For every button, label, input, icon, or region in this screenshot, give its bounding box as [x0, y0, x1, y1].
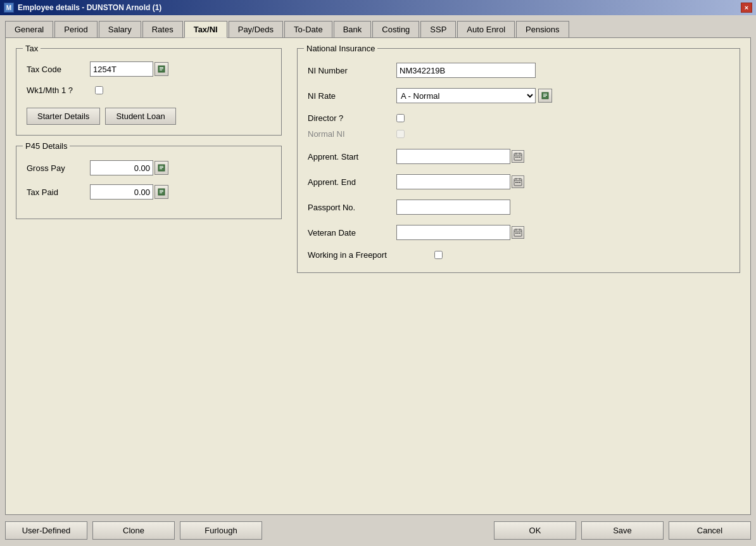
tab-pensions[interactable]: Pensions [516, 21, 569, 38]
normal-ni-checkbox[interactable] [396, 130, 405, 138]
svg-rect-5 [160, 166, 163, 167]
ni-group-title: National Insurance [304, 44, 377, 53]
tax-paid-input[interactable] [90, 184, 153, 200]
freeport-label: Working in a Freeport [308, 250, 434, 260]
svg-rect-29 [519, 182, 520, 183]
wk1-label: Wk1/Mth 1 ? [27, 86, 90, 95]
svg-rect-21 [517, 156, 519, 158]
svg-rect-27 [515, 182, 517, 183]
close-button[interactable]: × [741, 3, 752, 13]
svg-rect-11 [160, 193, 162, 193]
veteran-date-input[interactable] [396, 225, 510, 240]
svg-rect-9 [160, 190, 163, 191]
tax-code-field-container [90, 61, 168, 77]
content-area: Tax Tax Code Wk1/Mth 1 ? [5, 37, 751, 515]
svg-rect-14 [543, 95, 547, 96]
ni-rate-select[interactable]: A - Normal B - Married Women C - Employe… [396, 88, 536, 103]
tax-button-row: Starter Details Student Loan [27, 108, 271, 125]
tax-group: Tax Tax Code Wk1/Mth 1 ? [16, 48, 282, 136]
svg-rect-34 [515, 232, 517, 234]
veteran-label: Veteran Date [308, 228, 396, 238]
tab-autoenrol[interactable]: Auto Enrol [457, 21, 515, 38]
tax-paid-btn[interactable] [154, 185, 168, 199]
passport-input[interactable] [396, 200, 510, 215]
tab-bar: General Period Salary Rates Tax/NI Pay/D… [0, 15, 756, 37]
tab-rates[interactable]: Rates [142, 21, 183, 38]
furlough-button[interactable]: Furlough [180, 521, 262, 540]
window-title: Employee details - DUNSTON Arnold (1) [18, 3, 161, 12]
director-label: Director ? [308, 113, 396, 123]
tab-paydeds[interactable]: Pay/Deds [229, 21, 283, 38]
apprent-start-label: Apprent. Start [308, 152, 396, 162]
director-checkbox[interactable] [396, 114, 405, 122]
tax-group-title: Tax [23, 44, 41, 53]
svg-rect-3 [160, 70, 162, 70]
cancel-button[interactable]: Cancel [669, 521, 751, 540]
main-window: General Period Salary Rates Tax/NI Pay/D… [0, 15, 756, 546]
apprent-start-input[interactable] [396, 149, 510, 164]
tab-costing[interactable]: Costing [372, 21, 419, 38]
svg-rect-7 [160, 168, 162, 169]
p45-group: P45 Details Gross Pay Tax Paid [16, 146, 282, 219]
ok-button[interactable]: OK [494, 521, 576, 540]
tax-code-input[interactable] [90, 61, 153, 77]
svg-rect-10 [160, 191, 163, 192]
veteran-date-container [396, 225, 524, 240]
tab-taxni[interactable]: Tax/NI [184, 21, 227, 38]
student-loan-button[interactable]: Student Loan [105, 108, 175, 125]
apprent-end-label: Apprent. End [308, 177, 396, 187]
veteran-date-calendar-btn[interactable] [512, 226, 524, 239]
footer-bar: User-Defined Clone Furlough OK Save Canc… [0, 515, 756, 546]
apprent-end-calendar-btn[interactable] [512, 175, 524, 188]
starter-details-button[interactable]: Starter Details [27, 108, 100, 125]
user-defined-button[interactable]: User-Defined [5, 521, 87, 540]
svg-rect-20 [515, 156, 517, 158]
normal-ni-label: Normal NI [308, 129, 396, 139]
right-panel: National Insurance NI Number NI Rate A -… [297, 48, 740, 273]
tab-salary[interactable]: Salary [99, 21, 141, 38]
freeport-checkbox[interactable] [434, 251, 443, 259]
tab-period[interactable]: Period [54, 21, 98, 38]
apprent-end-container [396, 174, 524, 189]
svg-rect-2 [160, 68, 163, 69]
tax-code-btn[interactable] [154, 62, 168, 76]
gross-pay-input[interactable] [90, 160, 153, 175]
left-panel: Tax Tax Code Wk1/Mth 1 ? [16, 48, 282, 273]
ni-rate-container: A - Normal B - Married Women C - Employe… [396, 88, 552, 103]
tax-paid-container [90, 184, 168, 200]
gross-pay-label: Gross Pay [27, 163, 90, 173]
svg-rect-28 [517, 182, 519, 183]
apprent-start-calendar-btn[interactable] [512, 150, 524, 163]
svg-rect-6 [160, 167, 163, 168]
clone-button[interactable]: Clone [92, 521, 175, 540]
tax-paid-label: Tax Paid [27, 187, 90, 197]
gross-pay-btn[interactable] [154, 161, 168, 175]
p45-group-title: P45 Details [23, 141, 70, 151]
title-bar: M Employee details - DUNSTON Arnold (1) … [0, 0, 756, 15]
save-button[interactable]: Save [581, 521, 664, 540]
ni-group: National Insurance NI Number NI Rate A -… [297, 48, 740, 273]
apprent-start-container [396, 149, 524, 164]
tab-ssp[interactable]: SSP [420, 21, 456, 38]
svg-rect-15 [543, 96, 546, 97]
ni-rate-label: NI Rate [308, 91, 396, 101]
ni-number-label: NI Number [308, 66, 396, 75]
wk1-checkbox[interactable] [95, 86, 103, 94]
svg-rect-13 [543, 94, 547, 94]
gross-pay-container [90, 160, 168, 175]
tab-general[interactable]: General [5, 21, 53, 38]
svg-rect-36 [519, 232, 520, 234]
wk1-field-row: Wk1/Mth 1 ? [27, 86, 271, 95]
svg-rect-1 [160, 67, 163, 68]
tax-code-label: Tax Code [27, 65, 90, 74]
svg-rect-22 [519, 156, 520, 158]
passport-label: Passport No. [308, 203, 396, 212]
tab-todate[interactable]: To-Date [284, 21, 332, 38]
ni-number-input[interactable] [396, 63, 536, 78]
app-icon: M [4, 3, 14, 13]
svg-rect-35 [517, 232, 519, 234]
apprent-end-input[interactable] [396, 174, 510, 189]
tab-bank[interactable]: Bank [334, 21, 372, 38]
ni-rate-btn[interactable] [538, 89, 552, 103]
